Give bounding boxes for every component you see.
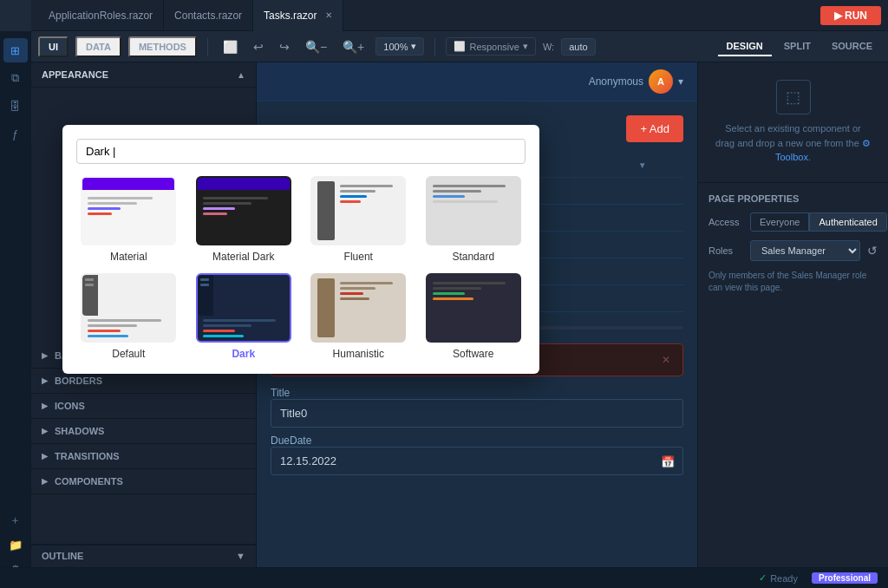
data-icon[interactable]: 🗄 (3, 94, 28, 118)
pro-badge: Professional (812, 572, 878, 584)
access-buttons: Everyone Authenticated (750, 212, 887, 232)
calendar-icon: 📅 (661, 454, 675, 467)
task-form: Title DueDate 📅 (271, 387, 683, 475)
page-props-title: Page properties (708, 193, 878, 204)
duedate-wrapper: 📅 (271, 447, 683, 475)
left-sidebar: Material Material Dark (31, 62, 257, 588)
everyone-button[interactable]: Everyone (750, 212, 809, 232)
component-icon: ⬚ (776, 80, 811, 114)
outline-header[interactable]: OUTLINE ▼ (31, 545, 256, 566)
theme-material[interactable]: Material (76, 176, 181, 263)
add-page-icon[interactable]: ＋ (3, 508, 28, 532)
access-row: Access Everyone Authenticated (708, 212, 878, 232)
tab-data[interactable]: DATA (75, 36, 121, 57)
toolbar: UI DATA METHODS ⬜ ↩ ↪ 🔍− 🔍+ 100% ▾ ⬜ Res… (31, 31, 888, 62)
duedate-label: DueDate (271, 434, 683, 447)
separator2 (434, 38, 435, 56)
expand-icon: ▶ (42, 477, 48, 486)
access-label: Access (708, 217, 743, 227)
tab-design[interactable]: DESIGN (718, 37, 772, 56)
theme-dark[interactable]: Dark (192, 273, 258, 360)
tab-applicationroles[interactable]: ApplicationRoles.razor (38, 0, 164, 31)
app-navbar: Anonymous A ▾ (257, 62, 697, 101)
theme-grid: Material Material Dark (76, 176, 257, 360)
tab-split[interactable]: SPLIT (775, 37, 819, 56)
theme-material-dark[interactable]: Material Dark (192, 176, 258, 263)
section-icons[interactable]: ▶ ICONS (31, 394, 256, 419)
right-panel: ⬚ Select an existing component or drag a… (697, 62, 888, 588)
files-icon[interactable]: 📁 (3, 532, 28, 557)
functions-icon[interactable]: ƒ (3, 121, 28, 146)
viewport-select[interactable]: ⬜ Responsive ▾ (446, 37, 535, 56)
roles-label: Roles (708, 245, 743, 256)
avatar: A (649, 69, 673, 94)
tab-contacts[interactable]: Contacts.razor (164, 0, 253, 31)
tab-close-icon[interactable]: ✕ (325, 10, 332, 20)
status-bar: ✓ Ready Professional (0, 567, 888, 588)
appearance-chevron-icon: ▲ (237, 70, 245, 80)
separator (207, 38, 208, 56)
outline-chevron-icon: ▼ (236, 551, 245, 561)
run-button[interactable]: ▶ RUN (820, 6, 881, 25)
error-close-button[interactable]: ✕ (662, 354, 670, 366)
page-properties: Page properties Access Everyone Authenti… (698, 183, 888, 304)
expand-icon: ▶ (42, 427, 48, 435)
expand-icon: ▶ (42, 452, 48, 461)
theme-default-label: Default (112, 348, 145, 360)
zoom-in-icon[interactable]: 🔍+ (338, 38, 369, 56)
width-display[interactable]: auto (561, 38, 595, 56)
title-label: Title (271, 387, 683, 399)
tab-tasks[interactable]: Tasks.razor ✕ (253, 0, 343, 31)
role-select[interactable]: Sales Manager (750, 240, 860, 261)
tab-source[interactable]: SOURCE (823, 37, 881, 56)
expand-icon: ▶ (42, 376, 48, 385)
app-user-info: Anonymous A ▾ (589, 69, 683, 94)
tab-ui[interactable]: UI (38, 36, 69, 57)
component-placeholder: ⬚ Select an existing component or drag a… (698, 62, 888, 183)
section-components[interactable]: ▶ COMPONENTS (31, 469, 256, 494)
theme-default[interactable]: Default (76, 273, 181, 360)
refresh-button[interactable]: ↺ (867, 244, 878, 258)
zoom-display[interactable]: 100% ▾ (375, 37, 424, 56)
theme-dark-label: Dark (232, 348, 255, 360)
status-ready: ✓ Ready (759, 572, 798, 584)
section-transitions[interactable]: ▶ TRANSITIONS (31, 444, 256, 469)
expand-icon: ▶ (42, 402, 48, 410)
role-note: Only members of the Sales Manager role c… (708, 270, 878, 294)
redo-icon[interactable]: ↪ (275, 38, 294, 56)
add-button[interactable]: + Add (626, 115, 683, 142)
check-icon: ✓ (759, 572, 767, 584)
appearance-icon[interactable]: ⊞ (3, 38, 28, 62)
section-shadows[interactable]: ▶ SHADOWS (31, 419, 256, 444)
duedate-field-group: DueDate 📅 (271, 434, 683, 475)
theme-material-dark-label: Material Dark (212, 251, 257, 263)
undo-icon[interactable]: ↩ (249, 38, 268, 56)
tab-methods[interactable]: METHODS (128, 36, 197, 57)
pages-icon[interactable]: ⧉ (3, 66, 28, 90)
icon-strip: ⊞ ⧉ 🗄 ƒ ＋ 📁 ⚙ (0, 31, 31, 588)
title-input[interactable] (271, 399, 683, 428)
theme-search-input[interactable] (76, 139, 257, 164)
preview-icon[interactable]: ⬜ (219, 38, 242, 56)
design-tabs: DESIGN SPLIT SOURCE (718, 37, 881, 56)
appearance-header[interactable]: APPEARANCE ▲ (31, 62, 256, 88)
theme-material-label: Material (110, 251, 147, 263)
title-field-group: Title (271, 387, 683, 428)
tab-bar: ApplicationRoles.razor Contacts.razor Ta… (31, 0, 888, 31)
theme-picker: Material Material Dark (62, 125, 257, 374)
zoom-out-icon[interactable]: 🔍− (301, 38, 331, 56)
authenticated-button[interactable]: Authenticated (809, 212, 886, 232)
expand-icon: ▶ (42, 351, 48, 360)
duedate-input[interactable] (271, 447, 683, 475)
roles-row: Roles Sales Manager ↺ (708, 240, 878, 261)
